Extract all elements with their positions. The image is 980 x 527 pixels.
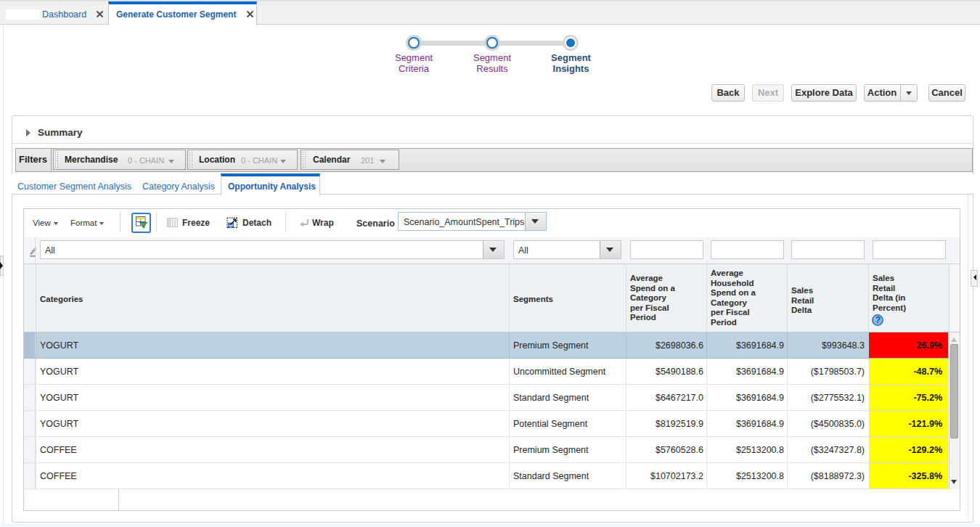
svg-text:?: ? — [875, 315, 881, 325]
